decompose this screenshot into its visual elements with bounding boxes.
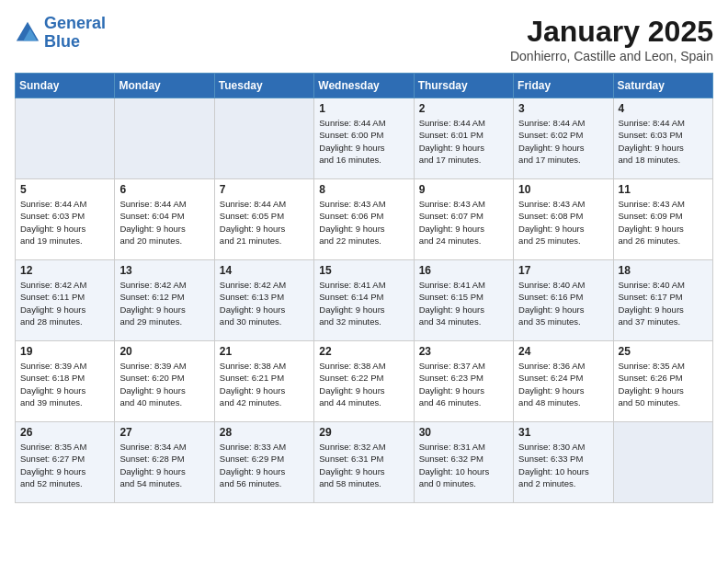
logo: General Blue <box>15 15 106 52</box>
cell-info: Sunrise: 8:44 AM Sunset: 6:03 PM Dayligh… <box>619 117 708 166</box>
cell-info: Sunrise: 8:42 AM Sunset: 6:13 PM Dayligh… <box>220 279 309 327</box>
calendar-cell: 11Sunrise: 8:43 AM Sunset: 6:09 PM Dayli… <box>613 179 712 260</box>
calendar-cell: 6Sunrise: 8:44 AM Sunset: 6:04 PM Daylig… <box>115 179 214 260</box>
day-number: 22 <box>319 345 408 358</box>
cell-info: Sunrise: 8:42 AM Sunset: 6:12 PM Dayligh… <box>119 279 209 327</box>
calendar-week-row: 5Sunrise: 8:44 AM Sunset: 6:03 PM Daylig… <box>16 179 713 260</box>
day-number: 2 <box>419 102 508 115</box>
day-number: 8 <box>319 183 408 196</box>
day-number: 17 <box>518 264 608 277</box>
cell-info: Sunrise: 8:40 AM Sunset: 6:16 PM Dayligh… <box>518 279 608 327</box>
logo-line1: General <box>44 14 106 32</box>
cell-info: Sunrise: 8:42 AM Sunset: 6:11 PM Dayligh… <box>20 279 109 327</box>
calendar-cell <box>16 98 115 179</box>
day-number: 26 <box>20 426 109 439</box>
day-number: 21 <box>220 345 309 358</box>
cell-info: Sunrise: 8:44 AM Sunset: 6:04 PM Dayligh… <box>119 198 209 247</box>
calendar-cell: 26Sunrise: 8:35 AM Sunset: 6:27 PM Dayli… <box>16 422 115 503</box>
calendar-cell <box>214 98 313 179</box>
calendar-cell: 19Sunrise: 8:39 AM Sunset: 6:18 PM Dayli… <box>16 341 115 422</box>
calendar-cell: 30Sunrise: 8:31 AM Sunset: 6:32 PM Dayli… <box>414 422 513 503</box>
cell-info: Sunrise: 8:43 AM Sunset: 6:07 PM Dayligh… <box>419 198 508 247</box>
cell-info: Sunrise: 8:44 AM Sunset: 6:03 PM Dayligh… <box>20 198 109 247</box>
cell-info: Sunrise: 8:44 AM Sunset: 6:05 PM Dayligh… <box>220 198 309 247</box>
logo-line2: Blue <box>44 32 80 51</box>
calendar-table: SundayMondayTuesdayWednesdayThursdayFrid… <box>15 73 713 503</box>
cell-info: Sunrise: 8:31 AM Sunset: 6:32 PM Dayligh… <box>419 441 508 489</box>
day-number: 13 <box>119 264 209 277</box>
cell-info: Sunrise: 8:35 AM Sunset: 6:27 PM Dayligh… <box>20 441 109 489</box>
calendar-cell: 27Sunrise: 8:34 AM Sunset: 6:28 PM Dayli… <box>115 422 214 503</box>
cell-info: Sunrise: 8:32 AM Sunset: 6:31 PM Dayligh… <box>319 441 408 489</box>
cell-info: Sunrise: 8:38 AM Sunset: 6:21 PM Dayligh… <box>220 360 309 408</box>
calendar-cell: 24Sunrise: 8:36 AM Sunset: 6:24 PM Dayli… <box>514 341 613 422</box>
cell-info: Sunrise: 8:41 AM Sunset: 6:15 PM Dayligh… <box>419 279 508 327</box>
day-number: 12 <box>20 264 109 277</box>
calendar-week-row: 19Sunrise: 8:39 AM Sunset: 6:18 PM Dayli… <box>16 341 713 422</box>
calendar-cell: 20Sunrise: 8:39 AM Sunset: 6:20 PM Dayli… <box>115 341 214 422</box>
calendar-cell: 4Sunrise: 8:44 AM Sunset: 6:03 PM Daylig… <box>613 98 712 179</box>
calendar-cell: 23Sunrise: 8:37 AM Sunset: 6:23 PM Dayli… <box>414 341 513 422</box>
calendar-cell: 1Sunrise: 8:44 AM Sunset: 6:00 PM Daylig… <box>314 98 414 179</box>
cell-info: Sunrise: 8:43 AM Sunset: 6:09 PM Dayligh… <box>619 198 708 247</box>
calendar-cell: 25Sunrise: 8:35 AM Sunset: 6:26 PM Dayli… <box>613 341 712 422</box>
calendar-cell: 29Sunrise: 8:32 AM Sunset: 6:31 PM Dayli… <box>314 422 414 503</box>
cell-info: Sunrise: 8:37 AM Sunset: 6:23 PM Dayligh… <box>419 360 508 408</box>
day-number: 4 <box>619 102 708 115</box>
day-number: 3 <box>518 102 608 115</box>
calendar-cell: 21Sunrise: 8:38 AM Sunset: 6:21 PM Dayli… <box>214 341 313 422</box>
cell-info: Sunrise: 8:44 AM Sunset: 6:01 PM Dayligh… <box>419 117 508 166</box>
cell-info: Sunrise: 8:36 AM Sunset: 6:24 PM Dayligh… <box>518 360 608 408</box>
header-day-thursday: Thursday <box>414 74 513 98</box>
day-number: 11 <box>619 183 708 196</box>
day-number: 15 <box>319 264 408 277</box>
day-number: 16 <box>419 264 508 277</box>
day-number: 7 <box>220 183 309 196</box>
logo-text: General Blue <box>44 15 106 52</box>
title-area: January 2025 Donhierro, Castille and Leo… <box>510 15 713 63</box>
calendar-cell: 7Sunrise: 8:44 AM Sunset: 6:05 PM Daylig… <box>214 179 313 260</box>
logo-icon <box>15 20 40 46</box>
calendar-cell: 9Sunrise: 8:43 AM Sunset: 6:07 PM Daylig… <box>414 179 513 260</box>
cell-info: Sunrise: 8:30 AM Sunset: 6:33 PM Dayligh… <box>518 441 608 489</box>
calendar-cell: 12Sunrise: 8:42 AM Sunset: 6:11 PM Dayli… <box>16 260 115 341</box>
calendar-cell: 17Sunrise: 8:40 AM Sunset: 6:16 PM Dayli… <box>514 260 613 341</box>
day-number: 28 <box>220 426 309 439</box>
calendar-cell: 13Sunrise: 8:42 AM Sunset: 6:12 PM Dayli… <box>115 260 214 341</box>
calendar-cell: 15Sunrise: 8:41 AM Sunset: 6:14 PM Dayli… <box>314 260 414 341</box>
cell-info: Sunrise: 8:38 AM Sunset: 6:22 PM Dayligh… <box>319 360 408 408</box>
day-number: 24 <box>518 345 608 358</box>
calendar-cell: 3Sunrise: 8:44 AM Sunset: 6:02 PM Daylig… <box>514 98 613 179</box>
header-day-monday: Monday <box>115 74 214 98</box>
calendar-week-row: 12Sunrise: 8:42 AM Sunset: 6:11 PM Dayli… <box>16 260 713 341</box>
calendar-week-row: 1Sunrise: 8:44 AM Sunset: 6:00 PM Daylig… <box>16 98 713 179</box>
calendar-cell: 22Sunrise: 8:38 AM Sunset: 6:22 PM Dayli… <box>314 341 414 422</box>
subtitle: Donhierro, Castille and Leon, Spain <box>510 49 713 63</box>
cell-info: Sunrise: 8:41 AM Sunset: 6:14 PM Dayligh… <box>319 279 408 327</box>
calendar-cell: 14Sunrise: 8:42 AM Sunset: 6:13 PM Dayli… <box>214 260 313 341</box>
day-number: 27 <box>119 426 209 439</box>
header-day-tuesday: Tuesday <box>214 74 313 98</box>
calendar-cell: 31Sunrise: 8:30 AM Sunset: 6:33 PM Dayli… <box>514 422 613 503</box>
calendar-cell: 5Sunrise: 8:44 AM Sunset: 6:03 PM Daylig… <box>16 179 115 260</box>
calendar-cell: 8Sunrise: 8:43 AM Sunset: 6:06 PM Daylig… <box>314 179 414 260</box>
calendar-cell: 18Sunrise: 8:40 AM Sunset: 6:17 PM Dayli… <box>613 260 712 341</box>
calendar-cell: 2Sunrise: 8:44 AM Sunset: 6:01 PM Daylig… <box>414 98 513 179</box>
day-number: 9 <box>419 183 508 196</box>
header-day-saturday: Saturday <box>613 74 712 98</box>
day-number: 1 <box>319 102 408 115</box>
day-number: 23 <box>419 345 508 358</box>
cell-info: Sunrise: 8:44 AM Sunset: 6:00 PM Dayligh… <box>319 117 408 166</box>
header-day-sunday: Sunday <box>16 74 115 98</box>
header: General Blue January 2025 Donhierro, Cas… <box>15 15 713 63</box>
calendar-cell: 28Sunrise: 8:33 AM Sunset: 6:29 PM Dayli… <box>214 422 313 503</box>
day-number: 29 <box>319 426 408 439</box>
day-number: 10 <box>518 183 608 196</box>
calendar-cell: 16Sunrise: 8:41 AM Sunset: 6:15 PM Dayli… <box>414 260 513 341</box>
cell-info: Sunrise: 8:39 AM Sunset: 6:18 PM Dayligh… <box>20 360 109 408</box>
cell-info: Sunrise: 8:43 AM Sunset: 6:08 PM Dayligh… <box>518 198 608 247</box>
day-number: 18 <box>619 264 708 277</box>
cell-info: Sunrise: 8:34 AM Sunset: 6:28 PM Dayligh… <box>119 441 209 489</box>
cell-info: Sunrise: 8:43 AM Sunset: 6:06 PM Dayligh… <box>319 198 408 247</box>
cell-info: Sunrise: 8:35 AM Sunset: 6:26 PM Dayligh… <box>619 360 708 408</box>
